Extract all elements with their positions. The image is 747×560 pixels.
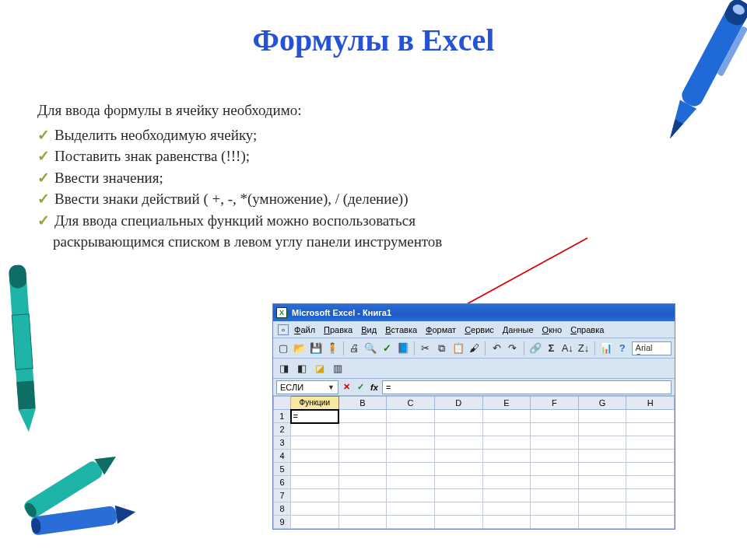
cell[interactable] [338,436,387,450]
cell[interactable] [531,476,579,489]
row-header[interactable]: 6 [274,476,291,489]
object-icon[interactable]: ◧ [294,361,310,376]
cell[interactable] [338,423,387,436]
menu-help[interactable]: Справка [570,325,604,334]
cell[interactable] [291,516,339,529]
cell[interactable] [482,476,531,489]
cell[interactable] [531,410,579,423]
print-preview-icon[interactable]: 🔍 [363,341,377,356]
cell[interactable] [578,463,626,476]
autosum-icon[interactable]: Σ [545,341,559,356]
cell[interactable] [578,450,626,463]
cell[interactable] [482,410,531,423]
cell[interactable] [626,489,675,502]
insert-function-icon[interactable]: fx [368,383,381,392]
cell[interactable] [291,476,339,489]
cell[interactable] [291,489,339,502]
column-header[interactable]: D [434,397,482,410]
column-header[interactable]: C [387,397,435,410]
cell[interactable] [626,476,675,489]
cell[interactable] [291,436,339,450]
format-painter-icon[interactable]: 🖌 [468,341,482,356]
font-name-combobox[interactable]: Arial Cyr [632,341,672,355]
cell[interactable] [338,502,387,516]
column-header[interactable]: F [531,397,579,410]
cell[interactable] [434,476,482,489]
cell[interactable] [578,423,626,436]
cell[interactable] [482,450,531,463]
cell[interactable] [291,450,339,463]
cell[interactable] [482,502,531,516]
cell[interactable] [291,463,339,476]
redo-icon[interactable]: ↷ [506,341,520,356]
cell[interactable] [291,423,339,436]
copy-icon[interactable]: ⧉ [435,341,449,356]
cell[interactable] [338,450,387,463]
paste-icon[interactable]: 📋 [451,341,465,356]
cell[interactable] [434,410,482,423]
cell[interactable] [387,489,435,502]
cell[interactable] [531,489,579,502]
row-header[interactable]: 2 [274,423,291,436]
open-icon[interactable]: 📂 [293,341,307,356]
cut-icon[interactable]: ✂ [419,341,433,356]
name-box[interactable]: ЕСЛИ ▼ [276,380,338,394]
cell[interactable] [434,436,482,450]
cell[interactable] [482,489,531,502]
cell[interactable] [434,489,482,502]
cell[interactable] [531,502,579,516]
menu-insert[interactable]: Вставка [385,325,417,334]
menu-data[interactable]: Данные [503,325,534,334]
permissions-icon[interactable]: 🧍 [325,341,339,356]
cell[interactable] [434,516,482,529]
cell[interactable] [626,463,675,476]
cell[interactable] [387,463,435,476]
cell[interactable] [531,463,579,476]
cell[interactable] [531,450,579,463]
cell[interactable] [387,516,435,529]
cell[interactable] [338,476,387,489]
row-header[interactable]: 9 [274,516,291,529]
cell[interactable] [387,423,435,436]
chart-wizard-icon[interactable]: 📊 [599,341,613,356]
research-icon[interactable]: 📘 [396,341,410,356]
menu-window[interactable]: Окно [542,325,563,334]
cell[interactable] [626,423,675,436]
formula-input[interactable]: = [382,380,672,394]
column-header[interactable]: B [338,397,387,410]
cell[interactable] [578,436,626,450]
help-icon[interactable]: ? [615,341,630,356]
cell[interactable] [387,450,435,463]
cell[interactable] [434,502,482,516]
document-icon[interactable]: ▫ [278,324,289,335]
row-header[interactable]: 8 [274,502,291,516]
cell[interactable] [531,516,579,529]
cell[interactable] [338,463,387,476]
select-all-cell[interactable] [274,397,291,410]
cell[interactable] [482,463,531,476]
cell[interactable] [578,502,626,516]
cell[interactable] [338,489,387,502]
save-icon[interactable]: 💾 [309,341,323,356]
cell[interactable] [578,410,626,423]
menu-format[interactable]: Формат [426,325,456,334]
cell[interactable] [482,516,531,529]
row-header[interactable]: 4 [274,450,291,463]
cell[interactable] [338,516,387,529]
column-header[interactable]: H [626,397,675,410]
cell[interactable] [626,516,675,529]
row-header[interactable]: 1 [274,410,291,423]
cell[interactable] [387,502,435,516]
spellcheck-icon[interactable]: ✓ [380,341,394,356]
cell[interactable] [531,436,579,450]
cancel-formula-icon[interactable]: ✕ [340,382,352,392]
cell[interactable] [482,423,531,436]
sort-desc-icon[interactable]: Z↓ [577,341,591,356]
row-header[interactable]: 5 [274,463,291,476]
cell[interactable] [578,476,626,489]
new-icon[interactable]: ▢ [276,341,290,356]
menu-tools[interactable]: Сервис [465,325,494,334]
autoshape-icon[interactable]: ◨ [276,361,292,376]
cell[interactable] [434,450,482,463]
cell[interactable] [626,410,675,423]
